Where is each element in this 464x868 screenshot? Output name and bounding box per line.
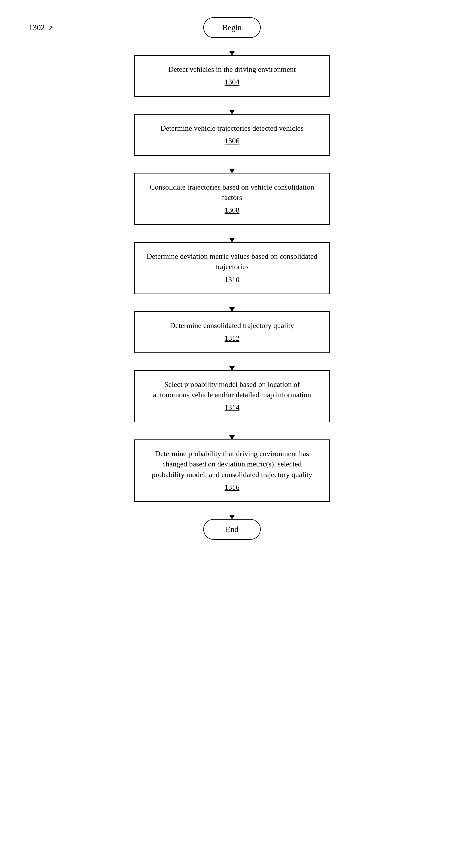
step-1306-box: Determine vehicle trajectories detected … [134,114,330,156]
step-1308-box: Consolidate trajectories based on vehicl… [134,173,330,225]
step-1308-text: Consolidate trajectories based on vehicl… [150,183,314,202]
step-1312-number: 1312 [146,333,318,343]
step-1304-text: Detect vehicles in the driving environme… [168,65,296,73]
step-1316-text: Determine probability that driving envir… [152,450,312,479]
step-1312-text: Determine consolidated trajectory qualit… [170,321,294,330]
step-1304-box: Detect vehicles in the driving environme… [134,55,330,97]
figure-arrow: ↗ [48,24,53,32]
step-1306-number: 1306 [146,136,318,146]
step-1314-number: 1314 [146,402,318,413]
step-1306-text: Determine vehicle trajectories detected … [161,124,303,132]
arrow-1 [232,38,232,55]
step-1312-box: Determine consolidated trajectory qualit… [134,311,330,353]
figure-number: 1302 [29,23,45,32]
step-1312: Determine consolidated trajectory qualit… [132,311,332,370]
begin-terminal: Begin [203,17,261,38]
figure-label: 1302 ↗ [29,23,53,32]
step-1316: Determine probability that driving envir… [132,439,332,519]
arrow-7 [232,422,232,439]
step-1316-box: Determine probability that driving envir… [134,439,330,502]
end-step: End [132,519,332,540]
step-1304: Detect vehicles in the driving environme… [132,55,332,114]
step-1308: Consolidate trajectories based on vehicl… [132,173,332,242]
step-1308-number: 1308 [146,205,318,215]
step-1304-number: 1304 [146,77,318,87]
step-1316-number: 1316 [146,482,318,493]
step-1310-box: Determine deviation metric values based … [134,242,330,294]
step-1310: Determine deviation metric values based … [132,242,332,311]
end-terminal: End [203,519,261,540]
diagram-container: 1302 ↗ Begin Detect vehicles in the driv… [0,0,464,868]
step-1306: Determine vehicle trajectories detected … [132,114,332,173]
arrow-4 [232,225,232,242]
arrow-6 [232,353,232,370]
arrow-5 [232,294,232,311]
begin-step: Begin [132,17,332,55]
end-label: End [225,525,238,534]
begin-label: Begin [223,23,242,32]
step-1314-text: Select probability model based on locati… [153,380,311,399]
flowchart: Begin Detect vehicles in the driving env… [132,17,332,540]
arrow-8 [232,502,232,519]
step-1314-box: Select probability model based on locati… [134,370,330,422]
step-1310-text: Determine deviation metric values based … [147,252,318,271]
arrow-3 [232,156,232,173]
step-1314: Select probability model based on locati… [132,370,332,439]
arrow-2 [232,97,232,114]
step-1310-number: 1310 [146,275,318,285]
